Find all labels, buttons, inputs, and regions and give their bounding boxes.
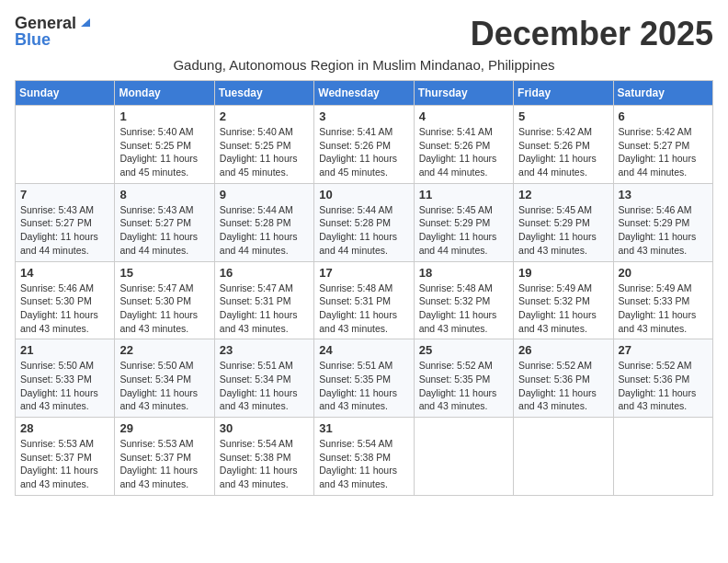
day-info: Sunrise: 5:51 AMSunset: 5:34 PMDaylight:… (220, 359, 309, 413)
calendar-header-row: SundayMondayTuesdayWednesdayThursdayFrid… (16, 81, 713, 106)
calendar-cell: 5Sunrise: 5:42 AMSunset: 5:26 PMDaylight… (514, 106, 613, 184)
day-number: 28 (20, 421, 109, 435)
calendar-cell (613, 418, 712, 496)
calendar-cell: 25Sunrise: 5:52 AMSunset: 5:35 PMDayligh… (414, 339, 513, 418)
calendar-cell: 1Sunrise: 5:40 AMSunset: 5:25 PMDaylight… (115, 106, 214, 184)
day-info: Sunrise: 5:53 AMSunset: 5:37 PMDaylight:… (119, 437, 209, 491)
day-info: Sunrise: 5:45 AMSunset: 5:29 PMDaylight:… (518, 203, 608, 258)
calendar-header-thursday: Thursday (414, 81, 513, 106)
calendar-cell: 28Sunrise: 5:53 AMSunset: 5:37 PMDayligh… (16, 418, 115, 496)
month-title: December 2025 (471, 15, 713, 53)
day-number: 22 (119, 343, 209, 357)
calendar-cell (414, 418, 513, 496)
day-number: 27 (619, 343, 708, 357)
day-number: 13 (619, 188, 708, 201)
subtitle: Gadung, Autonomous Region in Muslim Mind… (15, 57, 713, 73)
day-number: 7 (20, 188, 109, 201)
calendar-cell: 30Sunrise: 5:54 AMSunset: 5:38 PMDayligh… (214, 418, 313, 496)
day-info: Sunrise: 5:51 AMSunset: 5:35 PMDaylight:… (319, 359, 408, 413)
day-info: Sunrise: 5:40 AMSunset: 5:25 PMDaylight:… (220, 125, 309, 179)
day-number: 14 (20, 266, 109, 280)
calendar-cell (514, 418, 613, 496)
calendar-cell: 26Sunrise: 5:52 AMSunset: 5:36 PMDayligh… (514, 339, 613, 418)
calendar-cell: 29Sunrise: 5:53 AMSunset: 5:37 PMDayligh… (115, 418, 214, 496)
day-info: Sunrise: 5:50 AMSunset: 5:34 PMDaylight:… (119, 359, 209, 413)
calendar-cell: 11Sunrise: 5:45 AMSunset: 5:29 PMDayligh… (414, 183, 513, 261)
calendar-week-row: 7Sunrise: 5:43 AMSunset: 5:27 PMDaylight… (16, 183, 713, 261)
calendar-header-monday: Monday (115, 81, 214, 106)
calendar-cell: 19Sunrise: 5:49 AMSunset: 5:32 PMDayligh… (514, 261, 613, 339)
day-info: Sunrise: 5:46 AMSunset: 5:30 PMDaylight:… (20, 282, 109, 336)
title-block: December 2025 (471, 15, 713, 53)
calendar-cell: 17Sunrise: 5:48 AMSunset: 5:31 PMDayligh… (314, 261, 414, 339)
calendar-body: 1Sunrise: 5:40 AMSunset: 5:25 PMDaylight… (16, 106, 713, 496)
calendar-cell: 8Sunrise: 5:43 AMSunset: 5:27 PMDaylight… (115, 183, 214, 261)
day-info: Sunrise: 5:52 AMSunset: 5:35 PMDaylight:… (419, 359, 508, 413)
day-info: Sunrise: 5:40 AMSunset: 5:25 PMDaylight:… (119, 125, 209, 179)
day-info: Sunrise: 5:43 AMSunset: 5:27 PMDaylight:… (20, 203, 109, 258)
day-info: Sunrise: 5:45 AMSunset: 5:29 PMDaylight:… (419, 203, 508, 258)
day-number: 29 (119, 421, 209, 435)
calendar-header-friday: Friday (514, 81, 613, 106)
logo-general-text: General (15, 15, 76, 31)
day-info: Sunrise: 5:52 AMSunset: 5:36 PMDaylight:… (518, 359, 608, 413)
day-info: Sunrise: 5:46 AMSunset: 5:29 PMDaylight:… (619, 203, 708, 258)
day-number: 2 (220, 109, 309, 123)
day-info: Sunrise: 5:53 AMSunset: 5:37 PMDaylight:… (20, 437, 109, 491)
page-header: General Blue December 2025 (15, 15, 713, 53)
day-info: Sunrise: 5:48 AMSunset: 5:32 PMDaylight:… (419, 282, 508, 336)
calendar-table: SundayMondayTuesdayWednesdayThursdayFrid… (15, 80, 713, 496)
calendar-cell: 20Sunrise: 5:49 AMSunset: 5:33 PMDayligh… (613, 261, 712, 339)
calendar-cell: 13Sunrise: 5:46 AMSunset: 5:29 PMDayligh… (613, 183, 712, 261)
calendar-cell: 27Sunrise: 5:52 AMSunset: 5:36 PMDayligh… (613, 339, 712, 418)
day-info: Sunrise: 5:41 AMSunset: 5:26 PMDaylight:… (419, 125, 508, 179)
day-info: Sunrise: 5:50 AMSunset: 5:33 PMDaylight:… (20, 359, 109, 413)
calendar-week-row: 28Sunrise: 5:53 AMSunset: 5:37 PMDayligh… (16, 418, 713, 496)
svg-marker-0 (81, 18, 90, 27)
logo-blue-text: Blue (15, 31, 92, 48)
calendar-cell: 9Sunrise: 5:44 AMSunset: 5:28 PMDaylight… (214, 183, 313, 261)
day-info: Sunrise: 5:47 AMSunset: 5:30 PMDaylight:… (119, 282, 209, 336)
calendar-cell: 15Sunrise: 5:47 AMSunset: 5:30 PMDayligh… (115, 261, 214, 339)
logo: General Blue (15, 15, 92, 48)
day-info: Sunrise: 5:47 AMSunset: 5:31 PMDaylight:… (220, 282, 309, 336)
day-info: Sunrise: 5:49 AMSunset: 5:32 PMDaylight:… (518, 282, 608, 336)
day-info: Sunrise: 5:44 AMSunset: 5:28 PMDaylight:… (319, 203, 408, 258)
day-number: 9 (220, 188, 309, 201)
day-number: 23 (220, 343, 309, 357)
calendar-cell: 2Sunrise: 5:40 AMSunset: 5:25 PMDaylight… (214, 106, 313, 184)
calendar-week-row: 21Sunrise: 5:50 AMSunset: 5:33 PMDayligh… (16, 339, 713, 418)
calendar-header-wednesday: Wednesday (314, 81, 414, 106)
day-info: Sunrise: 5:49 AMSunset: 5:33 PMDaylight:… (619, 282, 708, 336)
day-info: Sunrise: 5:41 AMSunset: 5:26 PMDaylight:… (319, 125, 408, 179)
day-number: 5 (518, 109, 608, 123)
day-number: 31 (319, 421, 408, 435)
calendar-cell: 10Sunrise: 5:44 AMSunset: 5:28 PMDayligh… (314, 183, 414, 261)
day-number: 20 (619, 266, 708, 280)
calendar-cell: 21Sunrise: 5:50 AMSunset: 5:33 PMDayligh… (16, 339, 115, 418)
calendar-week-row: 1Sunrise: 5:40 AMSunset: 5:25 PMDaylight… (16, 106, 713, 184)
calendar-cell: 12Sunrise: 5:45 AMSunset: 5:29 PMDayligh… (514, 183, 613, 261)
day-number: 26 (518, 343, 608, 357)
day-number: 18 (419, 266, 508, 280)
calendar-cell: 24Sunrise: 5:51 AMSunset: 5:35 PMDayligh… (314, 339, 414, 418)
day-number: 16 (220, 266, 309, 280)
day-number: 25 (419, 343, 508, 357)
day-info: Sunrise: 5:44 AMSunset: 5:28 PMDaylight:… (220, 203, 309, 258)
calendar-cell: 22Sunrise: 5:50 AMSunset: 5:34 PMDayligh… (115, 339, 214, 418)
day-number: 11 (419, 188, 508, 201)
day-number: 1 (119, 109, 209, 123)
day-number: 6 (619, 109, 708, 123)
day-info: Sunrise: 5:42 AMSunset: 5:27 PMDaylight:… (619, 125, 708, 179)
calendar-cell: 18Sunrise: 5:48 AMSunset: 5:32 PMDayligh… (414, 261, 513, 339)
calendar-header-tuesday: Tuesday (214, 81, 313, 106)
day-number: 12 (518, 188, 608, 201)
calendar-week-row: 14Sunrise: 5:46 AMSunset: 5:30 PMDayligh… (16, 261, 713, 339)
day-number: 4 (419, 109, 508, 123)
day-info: Sunrise: 5:54 AMSunset: 5:38 PMDaylight:… (319, 437, 408, 491)
day-number: 21 (20, 343, 109, 357)
day-number: 17 (319, 266, 408, 280)
calendar-cell: 16Sunrise: 5:47 AMSunset: 5:31 PMDayligh… (214, 261, 313, 339)
day-number: 10 (319, 188, 408, 201)
day-number: 19 (518, 266, 608, 280)
